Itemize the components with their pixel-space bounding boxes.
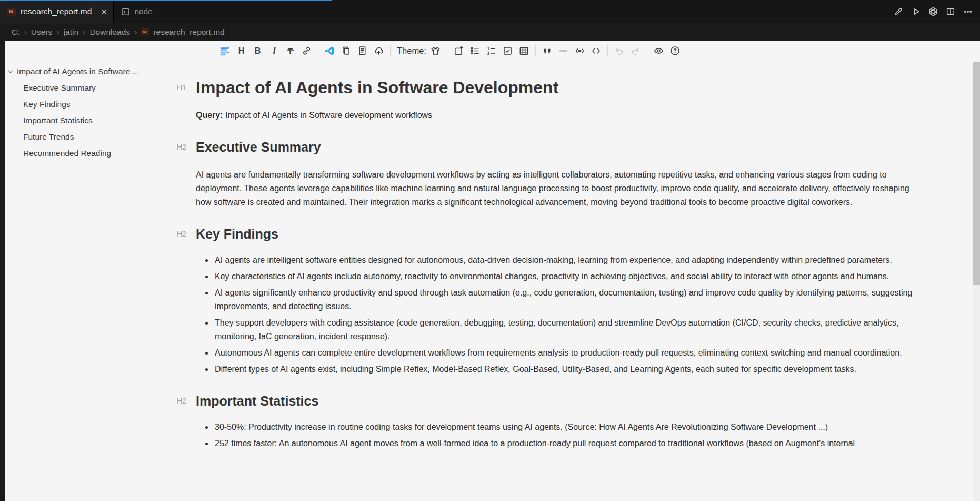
- query-label: Query:: [196, 111, 223, 120]
- outline-item-impact-of-ai-agents-in-software-[interactable]: Impact of AI Agents in Software ...: [0, 63, 156, 80]
- checkbox-icon[interactable]: [503, 46, 513, 56]
- outline-item-key-findings[interactable]: Key Findings: [0, 96, 156, 112]
- list-item: They support developers with coding assi…: [205, 316, 923, 343]
- cloud-upload-icon[interactable]: [374, 46, 384, 56]
- chatgpt-icon[interactable]: [928, 7, 938, 16]
- list-item: Different types of AI agents exist, incl…: [205, 362, 923, 376]
- strikethrough-icon[interactable]: T: [285, 46, 295, 56]
- breadcrumb-segment[interactable]: Downloads: [89, 27, 130, 37]
- section-heading: Important Statistics: [196, 392, 923, 409]
- outline-item-label: Impact of AI Agents in Software ...: [17, 67, 139, 76]
- theme-label: Theme:: [397, 46, 426, 56]
- toolbar-divider: [535, 45, 536, 56]
- rendered-document: H1Impact of AI Agents in Software Develo…: [156, 61, 980, 501]
- link-icon[interactable]: [302, 46, 312, 56]
- left-edge-strip: [0, 41, 5, 501]
- more-icon[interactable]: [963, 7, 973, 16]
- vertical-scrollbar[interactable]: [973, 61, 980, 501]
- italic-icon[interactable]: I: [269, 46, 279, 56]
- outline-item-label: Recommended Reading: [23, 149, 111, 158]
- insert-image-icon[interactable]: [454, 46, 464, 56]
- breadcrumb-file[interactable]: research_report.md: [153, 27, 224, 37]
- toolbar-divider: [607, 45, 608, 56]
- section-heading-row: H2Important Statistics: [196, 392, 923, 409]
- section-heading: Key Findings: [196, 225, 923, 242]
- list-item: Autonomous AI agents can complete entire…: [205, 346, 923, 360]
- markdown-toolbar: HBITTheme:12?: [0, 41, 980, 61]
- svg-text:H: H: [238, 46, 245, 55]
- quote-icon[interactable]: [542, 46, 552, 56]
- ordered-list-icon[interactable]: 12: [486, 46, 496, 56]
- redo-icon: [631, 46, 641, 56]
- breadcrumb-segment[interactable]: C:: [12, 27, 20, 37]
- section-bullet-list: 30-50%: Productivity increase in routine…: [205, 420, 923, 450]
- outline-item-recommended-reading[interactable]: Recommended Reading: [0, 145, 156, 161]
- editor-tab-bar: M↓research_report.md×node: [0, 0, 980, 23]
- bold-icon[interactable]: B: [253, 46, 263, 56]
- list-item: 30-50%: Productivity increase in routine…: [205, 420, 923, 434]
- vscode-icon[interactable]: [325, 46, 335, 56]
- outline-item-future-trends[interactable]: Future Trends: [0, 129, 156, 145]
- table-icon[interactable]: [519, 46, 529, 56]
- toolbar-divider: [390, 45, 391, 56]
- edit-icon[interactable]: [894, 7, 903, 16]
- tabs-container: M↓research_report.md×node: [0, 0, 159, 23]
- close-icon[interactable]: ×: [101, 7, 107, 17]
- preview-icon[interactable]: [654, 46, 664, 56]
- breadcrumb-segment[interactable]: Users: [31, 27, 52, 37]
- section-paragraph: AI agents are fundamentally transforming…: [196, 168, 923, 209]
- tab-label: node: [134, 7, 152, 16]
- outline-item-label: Executive Summary: [23, 83, 96, 93]
- run-icon[interactable]: [911, 7, 921, 16]
- list-item: AI agents significantly enhance producti…: [205, 286, 923, 313]
- section-heading: Executive Summary: [196, 139, 923, 155]
- h2-marker: H2: [177, 230, 186, 238]
- split-editor-icon[interactable]: [946, 7, 955, 16]
- svg-text:I: I: [273, 46, 276, 56]
- terminal-icon: [121, 7, 130, 16]
- help-icon[interactable]: ?: [670, 46, 680, 56]
- theme-selector[interactable]: Theme:: [397, 46, 441, 56]
- toolbar-divider: [647, 45, 647, 56]
- svg-text:2: 2: [487, 52, 489, 56]
- section-bullet-list: AI agents are intelligent software entit…: [205, 253, 923, 376]
- markdown-editor-page: HBITTheme:12? Impact of AI Agents in Sof…: [0, 41, 980, 501]
- toolbar-divider: [318, 45, 318, 56]
- horizontal-rule-icon[interactable]: [558, 46, 568, 56]
- outline-item-important-statistics[interactable]: Important Statistics: [0, 112, 156, 129]
- markdown-file-icon: M↓: [7, 8, 16, 16]
- page-title: Impact of AI Agents in Software Developm…: [196, 77, 923, 98]
- tab-label: research_report.md: [21, 7, 92, 16]
- undo-icon: [614, 46, 624, 56]
- format-icon[interactable]: [220, 46, 230, 56]
- scrollbar-thumb[interactable]: [973, 62, 980, 285]
- outline-item-label: Future Trends: [23, 132, 74, 142]
- bullet-list-icon[interactable]: [470, 46, 480, 56]
- outline-item-executive-summary[interactable]: Executive Summary: [0, 80, 156, 96]
- tab-research-report-md[interactable]: M↓research_report.md×: [0, 0, 114, 23]
- copy-icon[interactable]: [341, 46, 351, 56]
- list-item: AI agents are intelligent software entit…: [205, 253, 923, 267]
- query-line: Query: Impact of AI Agents in Software d…: [196, 109, 923, 122]
- tab-node[interactable]: node: [114, 0, 159, 23]
- breadcrumb-segment[interactable]: jatin: [64, 27, 78, 37]
- h2-marker: H2: [177, 397, 186, 405]
- outline-item-label: Key Findings: [23, 100, 71, 109]
- breadcrumb-separator: ›: [56, 27, 59, 37]
- list-item: Key characteristics of AI agents include…: [205, 270, 923, 283]
- breadcrumb-separator: ›: [24, 27, 27, 37]
- theme-shirt-icon[interactable]: [431, 46, 441, 56]
- document-title-row: H1Impact of AI Agents in Software Develo…: [196, 77, 923, 98]
- code-block-icon[interactable]: [591, 46, 601, 56]
- svg-text:?: ?: [673, 48, 676, 54]
- inline-code-icon[interactable]: [575, 46, 585, 56]
- outline-item-label: Important Statistics: [23, 116, 93, 125]
- heading-icon[interactable]: H: [236, 46, 246, 56]
- copy-html-icon[interactable]: [357, 46, 367, 56]
- query-text: Impact of AI Agents in Software developm…: [225, 111, 432, 120]
- section-heading-row: H2Key Findings: [196, 225, 923, 242]
- svg-text:B: B: [255, 46, 261, 55]
- document-outline: Impact of AI Agents in Software ...Execu…: [0, 61, 156, 501]
- chevron-down-icon[interactable]: [7, 68, 14, 75]
- list-item: 252 times faster: An autonomous AI agent…: [205, 437, 923, 450]
